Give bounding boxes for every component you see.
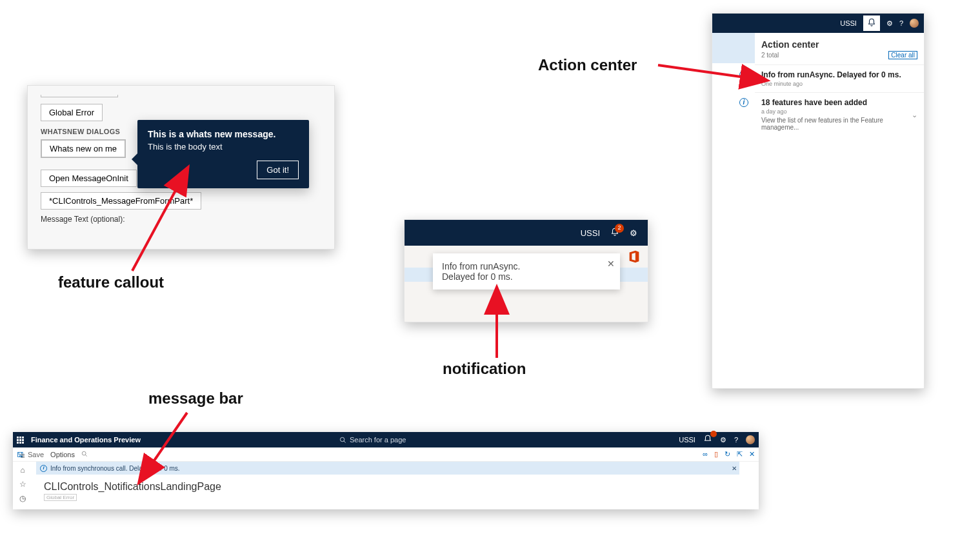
svg-line-4 [132,187,177,271]
annotation-arrows [0,0,980,550]
svg-line-7 [152,413,187,464]
svg-line-6 [658,65,745,77]
